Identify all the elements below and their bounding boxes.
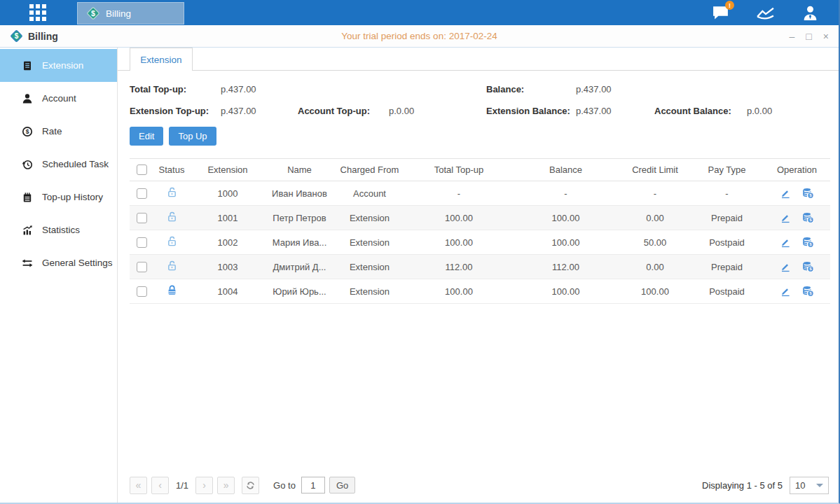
top-up-coins-icon[interactable]: $ <box>802 188 814 199</box>
col-charged-from: Charged From <box>333 164 406 175</box>
row-checkbox[interactable] <box>137 262 147 272</box>
billing-diamond-dollar-icon: $ <box>10 29 23 43</box>
maximize-button[interactable]: □ <box>806 31 811 41</box>
credit-limit-cell: 0.00 <box>620 262 690 272</box>
row-checkbox[interactable] <box>137 286 147 297</box>
person-icon <box>801 5 819 21</box>
status-icon-cell <box>154 284 189 298</box>
total-topup-cell: 100.00 <box>406 237 511 248</box>
main-content: Extension Total Top-up: p.437.00 Extensi… <box>118 48 839 503</box>
first-page-button[interactable]: « <box>130 477 147 494</box>
extensions-table: Status Extension Name Charged From Total… <box>130 158 830 304</box>
balance-cell: 100.00 <box>511 213 620 223</box>
balance-label: Balance: <box>486 84 576 94</box>
pagination-bar: « ‹ 1/1 › » Go to Go Displaying <box>118 472 839 503</box>
sidebar-item-account[interactable]: Account <box>0 82 117 115</box>
col-credit-limit: Credit Limit <box>620 164 690 175</box>
total-topup-label: Total Top-up: <box>130 84 221 94</box>
last-page-button[interactable]: » <box>217 477 235 494</box>
refresh-icon <box>245 480 256 491</box>
pay-type-cell: Postpaid <box>690 237 764 248</box>
reports-button[interactable] <box>756 5 775 20</box>
sidebar-item-statistics[interactable]: Statistics <box>0 214 117 246</box>
app-window: $ Billing ! <box>0 0 840 504</box>
top-bar: $ Billing ! <box>0 0 839 25</box>
charged-from-cell: Account <box>333 188 406 199</box>
edit-pencil-icon[interactable] <box>780 261 791 272</box>
name-cell: Иван Иванов <box>266 188 333 199</box>
notifications-button[interactable]: ! <box>712 5 729 20</box>
close-button[interactable]: × <box>823 31 829 41</box>
stats-icon <box>22 225 33 236</box>
clock-history-icon <box>22 159 33 170</box>
tab-extension[interactable]: Extension <box>130 48 193 71</box>
sidebar-item-topup-history[interactable]: Top-up History <box>0 181 117 214</box>
sidebar-item-label: Extension <box>42 60 83 71</box>
row-checkbox[interactable] <box>137 237 147 248</box>
svg-text:$: $ <box>15 32 19 40</box>
top-up-coins-icon[interactable]: $ <box>802 261 814 272</box>
unlocked-padlock-icon <box>166 186 178 198</box>
pay-type-cell: Postpaid <box>690 286 764 297</box>
col-extension: Extension <box>189 164 266 175</box>
page-size-select[interactable]: 10 <box>790 477 829 494</box>
balance-cell: - <box>511 188 620 199</box>
table-row: 1002Мария Ива...Extension100.00100.0050.… <box>130 230 830 255</box>
status-icon-cell <box>154 186 189 200</box>
grid-icon <box>29 4 46 21</box>
extension-cell: 1002 <box>189 237 266 248</box>
sidebar-item-extension[interactable]: Extension <box>0 49 117 82</box>
name-cell: Петр Петров <box>266 213 333 223</box>
sidebar-item-general-settings[interactable]: General Settings <box>0 246 117 279</box>
sidebar-item-label: Top-up History <box>42 192 103 202</box>
select-all-checkbox[interactable] <box>137 164 147 175</box>
app-launcher-button[interactable] <box>18 0 57 25</box>
edit-pencil-icon[interactable] <box>780 188 791 199</box>
row-checkbox[interactable] <box>137 213 147 223</box>
credit-limit-cell: 100.00 <box>620 286 690 297</box>
edit-button[interactable]: Edit <box>130 127 163 146</box>
svg-text:$: $ <box>809 217 812 222</box>
billing-app-tab[interactable]: $ Billing <box>77 2 184 24</box>
sidebar-item-scheduled-task[interactable]: Scheduled Task <box>0 148 117 181</box>
extension-topup-value: p.437.00 <box>221 106 298 116</box>
edit-pencil-icon[interactable] <box>780 286 791 297</box>
balance-cell: 100.00 <box>511 237 620 248</box>
svg-text:$: $ <box>91 9 95 18</box>
account-balance-value: p.0.00 <box>747 106 829 116</box>
name-cell: Юрий Юрь... <box>266 286 333 297</box>
total-topup-cell: 100.00 <box>406 213 511 223</box>
notification-badge: ! <box>725 1 734 10</box>
account-balance-label: Account Balance: <box>654 106 747 116</box>
col-status: Status <box>154 164 189 175</box>
sliders-icon <box>22 258 33 269</box>
pay-type-cell: Prepaid <box>690 213 764 223</box>
extension-topup-label: Extension Top-up: <box>130 106 221 116</box>
unlocked-padlock-icon <box>166 235 178 247</box>
balance-value: p.437.00 <box>576 84 654 94</box>
top-up-button[interactable]: Top Up <box>169 127 216 146</box>
sidebar-item-label: Scheduled Task <box>42 159 109 169</box>
row-checkbox[interactable] <box>137 188 147 199</box>
goto-page-input[interactable] <box>301 477 325 493</box>
prev-page-button[interactable]: ‹ <box>151 477 169 494</box>
sidebar: Extension Account $ Rate <box>0 48 118 503</box>
balance-cell: 100.00 <box>511 286 620 297</box>
top-up-coins-icon[interactable]: $ <box>802 286 814 297</box>
edit-pencil-icon[interactable] <box>780 212 791 223</box>
notepad-icon <box>22 192 33 203</box>
sidebar-item-label: Rate <box>42 126 62 136</box>
user-account-button[interactable] <box>801 5 819 21</box>
go-button[interactable]: Go <box>329 477 355 493</box>
refresh-button[interactable] <box>242 477 259 494</box>
col-name: Name <box>266 164 333 175</box>
next-page-button[interactable]: › <box>195 477 213 494</box>
extension-cell: 1000 <box>189 188 266 199</box>
edit-pencil-icon[interactable] <box>780 237 791 248</box>
unlocked-padlock-icon <box>166 211 178 223</box>
top-up-coins-icon[interactable]: $ <box>802 237 814 248</box>
sidebar-item-rate[interactable]: $ Rate <box>0 115 117 148</box>
col-balance: Balance <box>511 164 620 175</box>
top-up-coins-icon[interactable]: $ <box>802 212 814 223</box>
minimize-button[interactable]: – <box>790 31 795 41</box>
